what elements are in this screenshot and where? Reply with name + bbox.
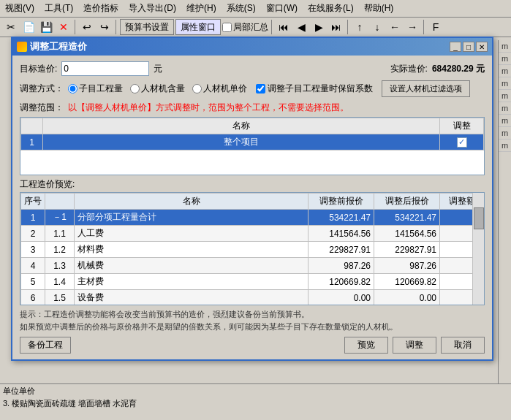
dialog-titlebar: 调整工程造价 _ □ ✕	[12, 38, 492, 56]
preview-cell-name: 分部分项工程量合计	[75, 210, 309, 226]
preview-row[interactable]: 3 1.2 材料费 229827.91 229827.91 0	[21, 242, 484, 258]
toolbar-nav-prev[interactable]: ◀	[293, 19, 309, 35]
adjust-button[interactable]: 调整	[393, 337, 436, 354]
keep-coefficient-label[interactable]: 调整子目工程量时保留系数	[256, 83, 373, 95]
row-checkbox-cell[interactable]	[440, 134, 484, 150]
preview-col-before: 调整前报价	[309, 194, 374, 210]
toolbar-open[interactable]: 📄	[20, 19, 37, 35]
adjust-method-row: 调整方式： 子目工程量 人材机含量 人材机单价 调整子目工程量时保留系数	[20, 80, 485, 97]
row-check-icon[interactable]	[457, 137, 467, 148]
dialog-title: 调整工程造价	[30, 40, 87, 53]
menu-item-view[interactable]: 视图(V)	[3, 1, 37, 15]
preview-row[interactable]: 4 1.3 机械费 987.26 987.26 0	[21, 258, 484, 274]
preview-cell-name: 设备费	[75, 290, 309, 306]
preview-cell-before: 534221.47	[309, 210, 374, 226]
preview-scrollbar[interactable]	[472, 193, 484, 305]
preview-button[interactable]: 预览	[344, 337, 388, 354]
partial-summary-checkbox[interactable]	[222, 23, 232, 32]
preview-cell-before: 229827.91	[309, 242, 374, 258]
preview-cell-after: 0.00	[374, 290, 440, 306]
preview-label: 工程造价预览:	[20, 178, 485, 191]
menu-bar: 视图(V) 工具(T) 造价指标 导入导出(D) 维护(H) 系统(S) 窗口(…	[0, 0, 511, 18]
partial-summary-label: 局部汇总	[222, 21, 268, 34]
radio-labor-material[interactable]: 人材机含量	[130, 83, 185, 95]
budget-settings-button[interactable]: 预算书设置	[120, 19, 174, 35]
preview-cell-before: 141564.56	[309, 226, 374, 242]
table-row[interactable]: 1 整个项目	[21, 134, 484, 150]
preview-row[interactable]: 2 1.1 人工费 141564.56 141564.56 0	[21, 226, 484, 242]
preview-scrollbar-thumb[interactable]	[474, 207, 484, 229]
properties-window-button[interactable]: 属性窗口	[175, 19, 221, 35]
preview-cell-name: 人工费	[75, 226, 309, 242]
preview-cell-code: 1.3	[45, 258, 75, 274]
preview-cell-code: 1.4	[45, 274, 75, 290]
menu-item-price[interactable]: 造价指标	[81, 1, 121, 15]
right-panel-item-8[interactable]: m	[499, 127, 511, 140]
radio-unit-price[interactable]: 人材机单价	[192, 83, 247, 95]
right-panel-item-3[interactable]: m	[499, 65, 511, 77]
right-panel-item-1[interactable]: m	[499, 40, 511, 53]
preview-cell-after: 229827.91	[374, 242, 440, 258]
toolbar-delete[interactable]: ✕	[56, 19, 72, 35]
keep-coefficient-text: 调整子目工程量时保留系数	[268, 83, 373, 95]
target-price-input[interactable]	[61, 61, 149, 76]
dialog-footer: 备份工程 预览 调整 取消	[20, 337, 485, 354]
preview-cell-name: 材料费	[75, 242, 309, 258]
menu-item-maintain[interactable]: 维护(H)	[184, 1, 219, 15]
backup-button[interactable]: 备份工程	[20, 337, 71, 354]
preview-cell-after: 141564.56	[374, 226, 440, 242]
toolbar-nav-first[interactable]: ⏮	[276, 19, 292, 35]
right-panel-item-2[interactable]: m	[499, 53, 511, 65]
toolbar-undo[interactable]: ↩	[79, 19, 95, 35]
preview-cell-name: 机械费	[75, 258, 309, 274]
preview-cell-seq: 2	[21, 226, 45, 242]
partial-summary-text: 局部汇总	[233, 21, 268, 34]
toolbar-left[interactable]: ←	[387, 19, 403, 35]
row-name: 整个项目	[43, 134, 440, 150]
preview-row[interactable]: 1 －1 分部分项工程量合计 534221.47 534221.47 0	[21, 210, 484, 226]
toolbar-right[interactable]: →	[404, 19, 420, 35]
right-panel-item-9[interactable]: m	[499, 140, 511, 152]
toolbar-down[interactable]: ↓	[369, 19, 385, 35]
menu-item-import[interactable]: 导入导出(D)	[126, 1, 178, 15]
dialog-maximize-button[interactable]: □	[463, 42, 474, 52]
dialog-close-button[interactable]: ✕	[476, 42, 488, 52]
hint-box: 提示：工程造价调整功能将会改变当前预算书的造价，强烈建议备份当前预算书。 如果预…	[20, 308, 485, 332]
keep-coefficient-checkbox[interactable]	[256, 84, 265, 93]
toolbar-redo[interactable]: ↪	[96, 19, 113, 35]
toolbar-separator-2	[116, 20, 117, 34]
range-row: 调整范围： 以【调整人材机单价】方式调整时，范围为整个工程，不需要选择范围。	[20, 102, 485, 114]
menu-item-system[interactable]: 系统(S)	[224, 1, 258, 15]
menu-item-online[interactable]: 在线服务(L)	[306, 1, 356, 15]
range-warning: 以【调整人材机单价】方式调整时，范围为整个工程，不需要选择范围。	[68, 102, 349, 114]
actual-price-label: 实际造价:	[390, 63, 428, 75]
preview-table-container[interactable]: 序号 名称 调整前报价 调整后报价 调整额 1 －1 分部分项工程量合计 534…	[20, 192, 485, 305]
col-name: 名称	[43, 118, 440, 134]
right-panel-item-5[interactable]: m	[499, 90, 511, 102]
right-panel-item-6[interactable]: m	[499, 102, 511, 115]
radio-subitem-quantity[interactable]: 子目工程量	[68, 83, 123, 95]
menu-item-window[interactable]: 窗口(W)	[264, 1, 300, 15]
right-panel-item-4[interactable]: m	[499, 77, 511, 90]
menu-item-tools[interactable]: 工具(T)	[42, 1, 75, 15]
cancel-button[interactable]: 取消	[441, 337, 485, 354]
actual-price-value: 684280.29 元	[432, 63, 485, 75]
toolbar-extra[interactable]: F	[428, 19, 444, 35]
filter-options-button[interactable]: 设置人材机过滤选项	[382, 80, 470, 97]
toolbar-up[interactable]: ↑	[352, 19, 368, 35]
preview-row[interactable]: 5 1.4 主材费 120669.82 120669.82 0	[21, 274, 484, 290]
preview-cell-code: 1.1	[45, 226, 75, 242]
preview-table: 序号 名称 调整前报价 调整后报价 调整额 1 －1 分部分项工程量合计 534…	[20, 193, 484, 305]
preview-col-name: 名称	[75, 194, 309, 210]
target-price-label: 目标造价:	[20, 63, 57, 75]
toolbar-new[interactable]: ✂	[3, 19, 19, 35]
selection-table: 名称 调整 1 整个项目	[20, 118, 484, 150]
toolbar-nav-last[interactable]: ⏭	[328, 19, 344, 35]
preview-row[interactable]: 6 1.5 设备费 0.00 0.00 0	[21, 290, 484, 306]
menu-item-help[interactable]: 帮助(H)	[362, 1, 396, 15]
dialog-minimize-button[interactable]: _	[450, 42, 461, 52]
toolbar-save[interactable]: 💾	[38, 19, 54, 35]
bottom-bar: 单位单价 3. 楼贴陶瓷面砖疏缝 墙面墙槽 水泥育	[0, 383, 511, 420]
right-panel-item-7[interactable]: m	[499, 115, 511, 127]
toolbar-nav-next[interactable]: ▶	[311, 19, 327, 35]
